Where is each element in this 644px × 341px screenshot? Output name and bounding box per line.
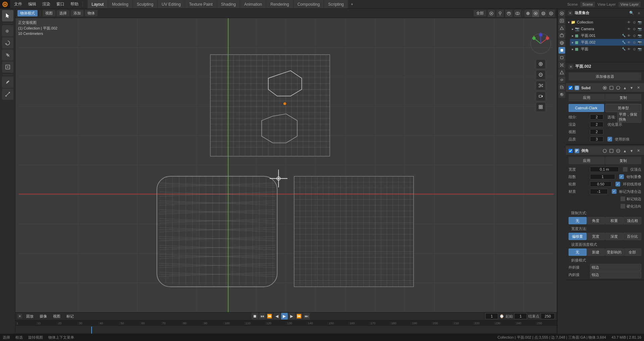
inner-miter-dropdown[interactable]: 锐边	[590, 271, 641, 278]
bevel-clamp-checkbox[interactable]: ✓	[619, 174, 624, 179]
tab-compositing[interactable]: Compositing	[293, 0, 324, 8]
face-str-affected-button[interactable]: 受影响的	[605, 248, 623, 256]
outliner-item-collection[interactable]: ▾ 📁 Collection 👁 ⊙ 📷	[566, 19, 644, 25]
edit-menu[interactable]: 编辑	[25, 0, 39, 8]
plane001-vis-icon[interactable]: 🔧	[621, 33, 626, 38]
rotate-tool-button[interactable]	[2, 37, 13, 49]
limit-weight-button[interactable]: 权重	[605, 217, 623, 224]
camera-visibility-eye[interactable]: 👁	[627, 26, 631, 31]
outliner-item-plane[interactable]: ▸ ▦ 平面 🔧 👁 ⊙ 📷	[570, 46, 644, 52]
measure-tool-button[interactable]	[2, 89, 13, 100]
bevel-move-down-icon[interactable]: ▼	[629, 148, 635, 154]
wireframe-shading-btn[interactable]	[547, 10, 555, 17]
plane001-eye-icon[interactable]: 👁	[627, 33, 631, 38]
use-crease-checkbox[interactable]: ✓	[607, 137, 612, 141]
select-tool-button[interactable]	[2, 10, 13, 21]
solid-shading-btn[interactable]	[524, 10, 532, 17]
outliner-search-icon[interactable]: 🔍	[629, 10, 635, 16]
object-props-icon[interactable]	[558, 47, 565, 54]
constraints-props-icon[interactable]	[558, 76, 565, 83]
material-props-icon[interactable]	[558, 91, 565, 98]
face-str-all-button[interactable]: 全部	[624, 248, 642, 256]
add-modifier-button[interactable]: 添加修改器	[569, 72, 641, 80]
outliner-item-plane002[interactable]: ▸ ▦ 平面.002 🔧 👁 ⊙ 📷	[570, 39, 644, 46]
view-layer-selector[interactable]: View Layer	[619, 2, 641, 7]
plane002-cam-icon[interactable]: 📷	[637, 40, 642, 45]
limit-none-button[interactable]: 无	[569, 217, 587, 224]
modifier-props-icon[interactable]	[558, 54, 565, 61]
subd-edit-icon[interactable]	[608, 85, 614, 91]
subd-move-down-icon[interactable]: ▼	[629, 85, 635, 91]
viewport-hide-icon[interactable]: ⊙	[632, 20, 637, 24]
bevel-width-value[interactable]: 0.1 m	[590, 167, 619, 172]
orientation-gizmo[interactable]: X Y Z	[529, 32, 553, 56]
plane001-cam-icon[interactable]: 📷	[637, 33, 642, 38]
camera-render-icon[interactable]: 📷	[637, 26, 642, 31]
window-menu[interactable]: 窗口	[54, 0, 67, 8]
next-frame-button[interactable]: ▶	[288, 313, 295, 320]
step-forward-button[interactable]: ⏩	[296, 313, 303, 320]
timeline-camera-btn[interactable]: 摄像	[38, 313, 49, 320]
subd-render-icon[interactable]	[615, 85, 621, 91]
render-hide-icon[interactable]: 📷	[637, 20, 642, 24]
tab-shading[interactable]: Shading	[217, 0, 240, 8]
tab-scripting[interactable]: Scripting	[324, 0, 348, 8]
scene-props-icon[interactable]	[558, 32, 565, 39]
subd-close-icon[interactable]: ✕	[635, 85, 641, 91]
bevel-render-icon[interactable]	[615, 148, 621, 154]
xray-btn[interactable]	[514, 10, 521, 17]
plane-eye-icon[interactable]: 👁	[627, 47, 631, 51]
viewport-canvas[interactable]: 正交项视图 (1) Collection | 平面.002 10 Centime…	[15, 18, 557, 312]
width-width-button[interactable]: 宽度	[587, 233, 605, 240]
subd-enabled-checkbox[interactable]	[569, 86, 573, 90]
bevel-edit-icon[interactable]	[608, 148, 614, 154]
tab-uv-editing[interactable]: UV Editing	[158, 0, 185, 8]
start-frame-input[interactable]	[514, 313, 527, 319]
limit-vertex-button[interactable]: 顶点相	[624, 217, 642, 224]
rendered-shading-btn[interactable]	[540, 10, 547, 17]
jump-start-button[interactable]: ⏮	[259, 313, 266, 320]
simple-subdiv-button[interactable]: 简单型	[605, 104, 642, 112]
face-str-new-button[interactable]: 新建	[587, 248, 605, 256]
timeline-menu-btn[interactable]: ≡	[17, 314, 22, 319]
stop-button[interactable]: ⏹	[252, 313, 258, 320]
add-menu-button[interactable]: 添加	[71, 10, 84, 16]
width-depth-button[interactable]: 深度	[605, 233, 623, 240]
bevel-vertex-only-checkbox[interactable]	[623, 167, 628, 172]
particles-props-icon[interactable]	[558, 62, 565, 68]
render-props-icon[interactable]	[558, 10, 565, 17]
pan-button[interactable]	[536, 81, 545, 90]
material-shading-btn[interactable]	[532, 10, 539, 17]
smooth-option-dropdown[interactable]: 平滑，保留拐角	[617, 111, 641, 123]
render-level-value[interactable]: 2	[590, 122, 603, 127]
proportional-edit-btn[interactable]	[488, 10, 495, 17]
file-menu[interactable]: 文件	[11, 0, 25, 8]
subd-realtime-icon[interactable]	[602, 85, 608, 91]
camera-viewport-icon[interactable]: ⊙	[632, 26, 637, 31]
plane001-render-icon[interactable]: ⊙	[632, 33, 637, 38]
snap-btn[interactable]	[496, 10, 504, 17]
overlay-btn[interactable]	[505, 10, 513, 17]
bevel-loop-slide-checkbox[interactable]: ✓	[615, 182, 620, 186]
data-props-icon[interactable]	[558, 84, 565, 91]
scene-selector[interactable]: Scene	[580, 2, 595, 7]
bevel-mark-sharp-checkbox[interactable]	[621, 196, 625, 201]
outliner-item-camera[interactable]: ▸ 📷 Camera 👁 ⊙ 📷	[570, 25, 644, 32]
tab-sculpting[interactable]: Sculpting	[133, 0, 157, 8]
physics-props-icon[interactable]	[558, 69, 565, 76]
grid-view-button[interactable]	[536, 103, 545, 111]
timeline-view-btn[interactable]: 视图	[51, 313, 62, 320]
subd-apply-button[interactable]: 应用	[569, 94, 605, 101]
levels-render-value[interactable]: 2	[590, 114, 603, 120]
bevel-move-up-icon[interactable]: ▲	[622, 148, 628, 154]
object-menu-button[interactable]: 物体	[85, 10, 98, 16]
view-menu-button[interactable]: 视图	[43, 10, 55, 16]
catmull-clark-button[interactable]: Catmull-Clark	[569, 104, 604, 112]
bevel-segments-value[interactable]: 1	[590, 174, 615, 179]
plane002-eye-icon[interactable]: 👁	[627, 40, 631, 45]
plane002-render-icon[interactable]: ⊙	[632, 40, 637, 45]
bevel-enabled-checkbox[interactable]	[569, 149, 573, 153]
zoom-out-button[interactable]	[536, 70, 545, 79]
bevel-material-value[interactable]: -1	[590, 189, 608, 194]
tab-modeling[interactable]: Modeling	[108, 0, 132, 8]
